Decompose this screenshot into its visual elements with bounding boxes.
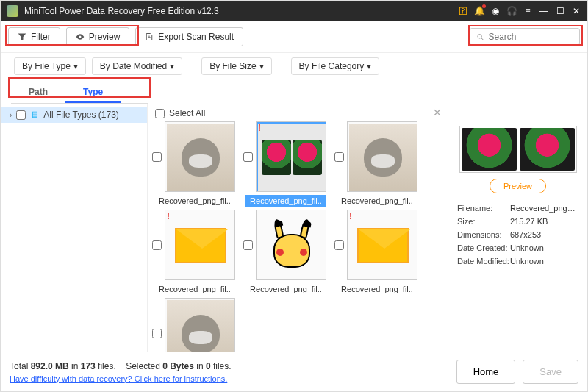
app-title: MiniTool Power Data Recovery Free Editio… — [24, 6, 452, 16]
footer-info: Total 892.0 MB in 173 files. Selected 0 … — [10, 361, 449, 383]
bell-icon[interactable]: 🔔 — [474, 6, 484, 16]
preview-button[interactable]: Preview — [66, 27, 130, 46]
export-button[interactable]: Export Scan Result — [135, 27, 243, 46]
tree-checkbox[interactable] — [16, 110, 26, 120]
warning-icon: ! — [349, 211, 352, 221]
filter-label: Filter — [31, 32, 51, 42]
chevron-down-icon: ▾ — [259, 61, 264, 71]
menu-icon[interactable]: ≡ — [523, 6, 533, 16]
thumbnail-item[interactable]: !Recovered_png_fil.. — [334, 121, 420, 207]
search-input[interactable] — [489, 32, 574, 42]
svg-point-0 — [478, 35, 481, 38]
thumbnail[interactable] — [256, 210, 326, 280]
selectall-label: Select All — [169, 108, 205, 118]
filter-button[interactable]: Filter — [8, 27, 60, 46]
thumbnail[interactable]: ! — [165, 121, 235, 192]
item-checkbox[interactable] — [243, 152, 253, 162]
thumbnail-caption: Recovered_png_fil.. — [245, 195, 326, 207]
footer: Total 892.0 MB in 173 files. Selected 0 … — [1, 352, 587, 391]
thumbnail-item[interactable]: !Recovered_png_fil.. — [152, 210, 237, 295]
thumbnail-item[interactable]: ! — [152, 298, 237, 352]
export-label: Export Scan Result — [158, 32, 234, 42]
export-icon — [145, 32, 154, 41]
disc-icon[interactable]: ◉ — [490, 6, 501, 16]
maximize-icon[interactable]: ☐ — [555, 6, 565, 16]
item-checkbox[interactable] — [152, 152, 162, 162]
titlebar: MiniTool Power Data Recovery Free Editio… — [1, 1, 587, 21]
item-checkbox[interactable] — [334, 240, 344, 250]
preview-label: Preview — [89, 32, 121, 42]
close-icon[interactable]: ✕ — [571, 6, 581, 16]
item-checkbox[interactable] — [152, 240, 162, 250]
thumbnail-grid: !Recovered_png_fil..!Recovered_png_fil..… — [152, 121, 445, 352]
home-button[interactable]: Home — [456, 360, 516, 384]
tree-all-file-types[interactable]: › 🖥 All File Types (173) — [1, 107, 147, 123]
thumbnail-caption: Recovered_png_fil.. — [337, 195, 417, 207]
toolbar: Filter Preview Export Scan Result — [1, 21, 587, 53]
filter-date[interactable]: By Date Modified▾ — [92, 57, 182, 75]
tabs: Path Type — [11, 82, 148, 104]
chevron-down-icon: ▾ — [74, 61, 78, 71]
tree-panel: › 🖥 All File Types (173) — [1, 104, 148, 352]
monitor-icon: 🖥 — [30, 110, 39, 120]
save-button[interactable]: Save — [523, 360, 578, 384]
thumbnail-item[interactable]: !Recovered_png_fil.. — [334, 210, 420, 295]
thumbnail-caption: Recovered_png_fil.. — [154, 283, 235, 295]
minimize-icon[interactable]: — — [539, 6, 549, 16]
funnel-icon — [18, 32, 26, 41]
content: › 🖥 All File Types (173) Select All ✕ !R… — [1, 104, 587, 352]
search-box[interactable] — [470, 28, 580, 46]
tab-type[interactable]: Type — [65, 82, 121, 103]
chevron-down-icon: ▾ — [170, 61, 174, 71]
thumbnail-caption: Recovered_png_fil.. — [245, 283, 326, 295]
help-link[interactable]: Have difficulty with data recovery? Clic… — [10, 374, 449, 383]
thumbnail[interactable]: ! — [165, 298, 235, 352]
item-checkbox[interactable] — [334, 152, 344, 162]
tree-label: All File Types (173) — [43, 110, 119, 120]
search-icon — [476, 32, 484, 41]
thumbnail-caption: Recovered_png_fil.. — [154, 195, 235, 207]
thumbnail[interactable]: ! — [256, 121, 326, 192]
item-checkbox[interactable] — [152, 329, 162, 338]
item-checkbox[interactable] — [243, 240, 253, 250]
thumbnail-item[interactable]: !Recovered_png_fil.. — [243, 121, 329, 207]
chevron-down-icon: ▾ — [367, 61, 371, 71]
warning-icon: ! — [258, 123, 261, 133]
preview-image — [459, 126, 577, 173]
key-icon[interactable]: ⚿ — [458, 6, 468, 16]
filter-size[interactable]: By File Size▾ — [201, 57, 271, 75]
thumbnail-item[interactable]: Recovered_png_fil.. — [243, 210, 329, 295]
thumbnail-item[interactable]: !Recovered_png_fil.. — [152, 121, 237, 207]
warning-icon: ! — [167, 211, 170, 221]
headset-icon[interactable]: 🎧 — [506, 6, 517, 16]
eye-icon — [76, 32, 85, 41]
thumbnail[interactable]: ! — [347, 210, 417, 280]
thumbnail-caption: Recovered_png_fil.. — [337, 283, 417, 295]
preview-meta: Filename:Recovered_png_file( Size:215.27… — [457, 204, 578, 266]
thumbnail[interactable]: ! — [347, 121, 417, 192]
filter-category[interactable]: By File Category▾ — [291, 57, 380, 75]
chevron-right-icon: › — [10, 111, 12, 119]
grid-panel: Select All ✕ !Recovered_png_fil..!Recove… — [148, 104, 448, 352]
filter-filetype[interactable]: By File Type▾ — [14, 57, 86, 75]
preview-open-button[interactable]: Preview — [490, 179, 546, 193]
close-panel-icon[interactable]: ✕ — [433, 107, 442, 118]
thumbnail[interactable]: ! — [165, 210, 235, 280]
filter-row: By File Type▾ By Date Modified▾ By File … — [1, 53, 587, 79]
tab-path[interactable]: Path — [11, 82, 65, 103]
selectall-checkbox[interactable] — [155, 109, 165, 118]
preview-panel: Preview Filename:Recovered_png_file( Siz… — [448, 104, 587, 352]
app-icon — [7, 5, 18, 17]
